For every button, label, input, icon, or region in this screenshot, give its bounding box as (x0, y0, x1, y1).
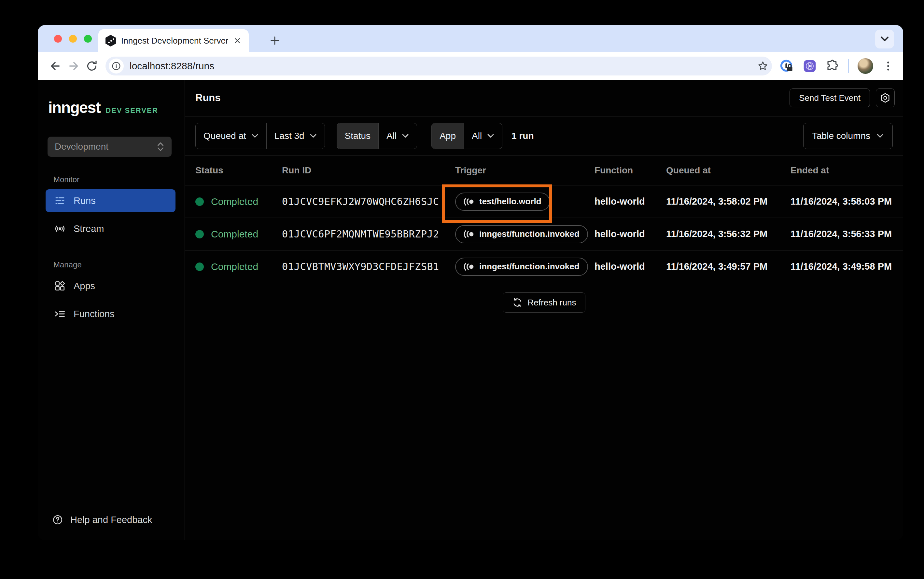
sidebar-item-label: Stream (74, 224, 104, 234)
table-row[interactable]: Completed 01JCVC6PF2MQNMTWE95BBRZPJ2 inn… (185, 218, 903, 250)
time-range-label: Last 3d (274, 131, 304, 141)
chevron-down-icon (310, 134, 317, 138)
main-panel: Runs Send Test Event Queued at Last 3d (185, 80, 903, 540)
table-columns-label: Table columns (812, 131, 870, 141)
run-id: 01JCVC9EFKJ2W70WQHC6ZH6SJC (282, 196, 455, 207)
trigger-badge[interactable]: test/hello.world (455, 193, 550, 211)
table-row[interactable]: Completed 01JCVC9EFKJ2W70WQHC6ZH6SJC tes… (185, 185, 903, 218)
functions-icon (54, 308, 66, 320)
back-button[interactable] (46, 57, 64, 75)
send-test-event-button[interactable]: Send Test Event (789, 88, 870, 107)
forward-button[interactable] (64, 57, 83, 75)
site-info-button[interactable] (109, 59, 124, 74)
trigger-name: inngest/function.invoked (479, 229, 579, 239)
status-filter-label: Status (337, 123, 378, 149)
extension-app-icon[interactable] (803, 59, 817, 73)
refresh-icon (512, 297, 523, 308)
monitor-section-label: Monitor (38, 175, 185, 184)
status-text: Completed (211, 261, 258, 272)
table-row[interactable]: Completed 01JCVBTMV3WXY9D3CFDEJFZSB1 inn… (185, 250, 903, 283)
bookmark-star-icon[interactable] (757, 60, 769, 72)
help-label: Help and Feedback (71, 515, 153, 525)
sidebar-item-label: Functions (74, 309, 115, 319)
new-tab-button[interactable] (266, 31, 284, 50)
help-icon (52, 514, 63, 525)
forward-arrow-icon (67, 59, 80, 72)
browser-tab[interactable]: Inngest Development Server (98, 29, 249, 52)
close-window-button[interactable] (54, 35, 62, 43)
chevron-down-icon (402, 134, 409, 138)
reload-icon (85, 59, 98, 72)
toolbar-divider (848, 59, 849, 73)
queued-at-timestamp: 11/16/2024, 3:49:57 PM (666, 261, 791, 272)
info-icon (111, 61, 121, 71)
status-text: Completed (211, 229, 258, 240)
column-header-trigger: Trigger (455, 165, 594, 176)
sidebar-item-runs[interactable]: Runs (46, 189, 176, 212)
password-manager-icon[interactable] (779, 59, 794, 74)
refresh-runs-button[interactable]: Refresh runs (503, 293, 586, 312)
app-filter-group: App All (432, 123, 502, 149)
maximize-window-button[interactable] (84, 35, 92, 43)
time-range-dropdown[interactable]: Last 3d (266, 123, 325, 149)
column-header-queued-at: Queued at (666, 165, 791, 176)
settings-button[interactable] (876, 88, 895, 107)
app-filter-label: App (432, 123, 464, 149)
queued-at-timestamp: 11/16/2024, 3:58:02 PM (666, 196, 791, 207)
stream-icon (54, 223, 66, 234)
tab-close-icon[interactable] (233, 36, 241, 45)
manage-section-label: Manage (38, 260, 185, 269)
help-and-feedback[interactable]: Help and Feedback (38, 514, 185, 540)
column-header-status: Status (195, 165, 282, 176)
column-header-ended-at: Ended at (791, 165, 903, 176)
sidebar-item-apps[interactable]: Apps (46, 275, 176, 297)
inngest-logo: inngest (48, 98, 100, 116)
extensions-puzzle-icon[interactable] (826, 59, 840, 73)
chevron-down-icon (880, 36, 889, 42)
status-filter-dropdown[interactable]: All (378, 123, 417, 149)
status-text: Completed (211, 196, 258, 207)
filter-bar: Queued at Last 3d Status All (185, 116, 903, 155)
sidebar-item-stream[interactable]: Stream (46, 217, 176, 240)
event-trigger-icon (464, 262, 475, 271)
queued-at-timestamp: 11/16/2024, 3:56:32 PM (666, 229, 791, 239)
tab-strip: Inngest Development Server (38, 25, 903, 52)
sidebar-item-label: Runs (74, 196, 96, 206)
event-trigger-icon (464, 230, 475, 239)
trigger-name: test/hello.world (479, 196, 542, 206)
table-columns-button[interactable]: Table columns (803, 123, 893, 149)
run-id: 01JCVBTMV3WXY9D3CFDEJFZSB1 (282, 261, 455, 272)
function-name: hello-world (594, 229, 666, 239)
run-count: 1 run (512, 131, 533, 141)
address-bar[interactable]: localhost:8288/runs (105, 57, 772, 75)
runs-icon (54, 195, 66, 206)
chevron-down-icon (251, 134, 259, 138)
inngest-favicon-icon (105, 35, 116, 46)
time-field-label: Queued at (204, 131, 246, 141)
environment-selector[interactable]: Development (48, 137, 172, 157)
reload-button[interactable] (83, 57, 101, 75)
plus-icon (269, 35, 280, 46)
minimize-window-button[interactable] (69, 35, 77, 43)
toolbar-extensions (776, 58, 895, 74)
trigger-badge[interactable]: inngest/function.invoked (455, 258, 588, 276)
trigger-name: inngest/function.invoked (479, 262, 579, 272)
tab-search-button[interactable] (875, 29, 894, 49)
gear-icon (880, 92, 891, 103)
browser-menu-icon[interactable] (882, 59, 895, 72)
status-dot-icon (195, 262, 204, 271)
time-field-dropdown[interactable]: Queued at (196, 123, 266, 149)
function-name: hello-world (594, 261, 666, 272)
trigger-badge[interactable]: inngest/function.invoked (455, 225, 588, 243)
app-filter-dropdown[interactable]: All (464, 123, 502, 149)
function-name: hello-world (594, 196, 666, 207)
sidebar-item-functions[interactable]: Functions (46, 303, 176, 325)
ended-at-timestamp: 11/16/2024, 3:56:33 PM (791, 229, 903, 239)
url-text[interactable]: localhost:8288/runs (130, 61, 757, 72)
profile-avatar[interactable] (858, 58, 873, 74)
status-dot-icon (195, 198, 204, 206)
ended-at-timestamp: 11/16/2024, 3:49:58 PM (791, 261, 903, 272)
sidebar-item-label: Apps (74, 281, 95, 291)
window-controls (54, 35, 92, 43)
page-title: Runs (195, 92, 221, 104)
